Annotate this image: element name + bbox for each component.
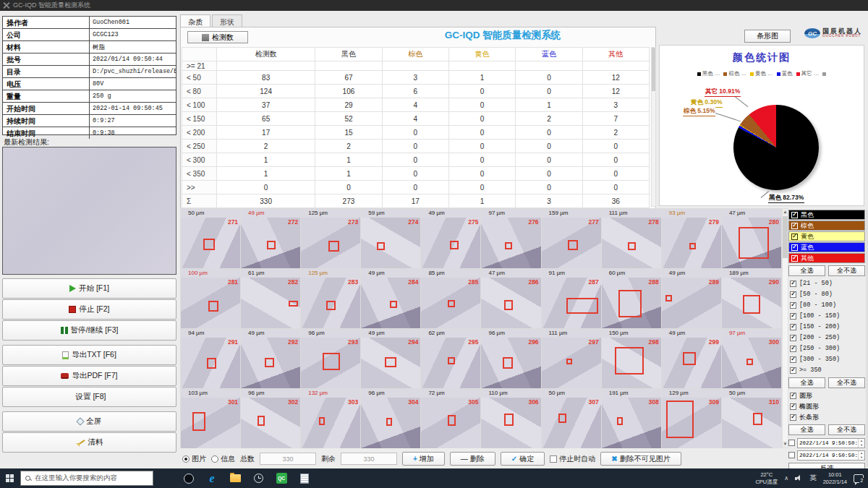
radio-image-icon[interactable] bbox=[182, 455, 190, 463]
grid-tile[interactable]: 129 µm309 bbox=[662, 389, 721, 448]
table-scrollbar[interactable] bbox=[651, 47, 656, 207]
grid-tile[interactable]: 50 µm307 bbox=[542, 389, 601, 448]
grid-tile[interactable]: 159 µm277 bbox=[542, 209, 601, 268]
color-filter-黑色[interactable]: ✓黑色 bbox=[788, 210, 865, 220]
grid-tile[interactable]: 191 µm308 bbox=[602, 389, 661, 448]
table-scrollbar-thumb[interactable] bbox=[652, 48, 655, 91]
grid-tile[interactable]: 111 µm297 bbox=[542, 329, 601, 388]
开始-button[interactable]: 开始 [F1] bbox=[2, 278, 176, 299]
color-filter-棕色[interactable]: ✓棕色 bbox=[788, 221, 865, 231]
checkbox-unchecked-icon[interactable] bbox=[788, 440, 795, 446]
detect-count-button[interactable]: 检测数 bbox=[187, 31, 248, 43]
grid-tile[interactable]: 96 µm302 bbox=[241, 389, 300, 448]
size-filter-item[interactable]: ✓[300 - 350) bbox=[788, 354, 865, 364]
size-filter-item[interactable]: ✓>= 350 bbox=[788, 365, 865, 375]
grid-tile[interactable]: 100 µm281 bbox=[181, 269, 240, 328]
clock-datetime[interactable]: 10:012022/1/14 bbox=[823, 471, 847, 485]
color-filter-黄色[interactable]: ✓黄色 bbox=[788, 231, 865, 241]
file-explorer-icon[interactable] bbox=[229, 472, 242, 485]
radio-info-option[interactable]: 信息 bbox=[211, 454, 235, 464]
grid-scrollbar[interactable]: ▲ ▼ bbox=[782, 208, 788, 448]
grid-tile[interactable]: 97 µm276 bbox=[481, 209, 540, 268]
清料-button[interactable]: 清料 bbox=[2, 432, 176, 453]
grid-tile[interactable]: 60 µm288 bbox=[602, 269, 661, 328]
grid-tile[interactable]: 62 µm295 bbox=[421, 329, 480, 388]
grid-scrollbar-thumb[interactable] bbox=[783, 216, 788, 258]
size-filter-item[interactable]: ✓[250 - 300) bbox=[788, 343, 865, 354]
checkbox-checked-icon[interactable]: ✓ bbox=[790, 393, 796, 399]
taskbar-search-input[interactable]: 在这里输入你要搜索的内容 bbox=[20, 471, 153, 486]
grid-tile[interactable]: 49 µm299 bbox=[662, 329, 721, 388]
spin-down-icon[interactable]: ▼ bbox=[859, 455, 864, 460]
radio-info-icon[interactable] bbox=[211, 455, 218, 463]
checkbox-checked-icon[interactable]: ✓ bbox=[791, 234, 798, 240]
checkbox-checked-icon[interactable]: ✓ bbox=[790, 324, 796, 330]
grid-tile[interactable]: 96 µm293 bbox=[301, 329, 360, 388]
shape-filter-item[interactable]: ✓长条形 bbox=[788, 412, 865, 422]
input-language-indicator[interactable]: 英 bbox=[809, 474, 817, 483]
datetime-input[interactable]: 2022/1/14 9:50:50:▲▼ bbox=[797, 450, 865, 461]
cortana-icon[interactable] bbox=[182, 472, 195, 485]
checkbox-unchecked-icon[interactable] bbox=[788, 452, 795, 458]
size-filter-item[interactable]: ✓[21 - 50) bbox=[788, 278, 865, 288]
checkbox-checked-icon[interactable]: ✓ bbox=[790, 403, 796, 410]
qc-app-icon[interactable]: QC bbox=[275, 472, 288, 485]
auto-stop-checkbox[interactable] bbox=[550, 455, 557, 463]
导出TXT-button[interactable]: 导出TXT [F6] bbox=[2, 345, 176, 365]
暂停/继续-button[interactable]: 暂停/继续 [F3] bbox=[2, 320, 176, 341]
cpu-temp-indicator[interactable]: 22°CCPU温度 bbox=[755, 471, 778, 485]
add-button[interactable]: +增加 bbox=[402, 452, 445, 466]
grid-tile[interactable]: 103 µm301 bbox=[181, 389, 240, 448]
grid-tile[interactable]: 125 µm273 bbox=[301, 209, 360, 268]
checkbox-checked-icon[interactable]: ✓ bbox=[791, 255, 798, 262]
checkbox-checked-icon[interactable]: ✓ bbox=[790, 281, 796, 287]
notification-center-icon[interactable]: 2 bbox=[854, 474, 864, 483]
checkbox-checked-icon[interactable]: ✓ bbox=[791, 212, 798, 218]
select-all-button[interactable]: 全选 bbox=[788, 265, 825, 276]
grid-tile[interactable]: 132 µm303 bbox=[301, 389, 360, 448]
auto-stop-option[interactable]: 停止时自动 bbox=[550, 454, 595, 464]
bar-chart-button[interactable]: 条形图 bbox=[744, 30, 791, 43]
select-none-button[interactable]: 全不选 bbox=[828, 377, 865, 388]
grid-tile[interactable]: 96 µm304 bbox=[361, 389, 420, 448]
grid-tile[interactable]: 49 µm289 bbox=[662, 269, 721, 328]
checkbox-checked-icon[interactable]: ✓ bbox=[790, 313, 796, 320]
delete-button[interactable]: —删除 bbox=[450, 452, 495, 466]
select-all-button[interactable]: 全选 bbox=[788, 377, 825, 388]
grid-scroll-down-icon[interactable]: ▼ bbox=[783, 441, 788, 448]
grid-tile[interactable]: 50 µm271 bbox=[181, 209, 240, 268]
delete-invisible-button[interactable]: ✖删除不可见图片 bbox=[600, 452, 681, 466]
color-filter-蓝色[interactable]: ✓蓝色 bbox=[788, 242, 865, 252]
grid-tile[interactable]: 49 µm272 bbox=[241, 209, 300, 268]
spin-down-icon[interactable]: ▼ bbox=[859, 443, 864, 448]
checkbox-checked-icon[interactable]: ✓ bbox=[790, 291, 796, 298]
checkbox-checked-icon[interactable]: ✓ bbox=[790, 367, 796, 374]
spinner-icon[interactable]: ▲▼ bbox=[858, 439, 864, 448]
grid-tile[interactable]: 96 µm296 bbox=[481, 329, 540, 388]
checkbox-checked-icon[interactable]: ✓ bbox=[790, 346, 796, 352]
size-filter-item[interactable]: ✓[100 - 150) bbox=[788, 311, 865, 321]
spinner-icon[interactable]: ▲▼ bbox=[858, 451, 864, 460]
color-filter-其他[interactable]: ✓其他 bbox=[788, 253, 865, 263]
grid-tile[interactable]: 61 µm282 bbox=[241, 269, 300, 328]
grid-scroll-up-icon[interactable]: ▲ bbox=[783, 209, 788, 215]
select-none-button[interactable]: 全不选 bbox=[828, 424, 865, 435]
tray-chevron-icon[interactable]: ∧ bbox=[784, 475, 788, 481]
grid-tile[interactable]: 72 µm305 bbox=[421, 389, 480, 448]
edge-browser-icon[interactable]: e bbox=[205, 472, 218, 485]
grid-tile[interactable]: 50 µm310 bbox=[722, 389, 781, 448]
grid-tile[interactable]: 47 µm280 bbox=[722, 209, 781, 268]
shape-filter-item[interactable]: ✓椭圆形 bbox=[788, 401, 865, 411]
grid-tile[interactable]: 49 µm284 bbox=[361, 269, 420, 328]
remain-input[interactable]: 330 bbox=[341, 453, 397, 465]
grid-tile[interactable]: 150 µm298 bbox=[602, 329, 661, 388]
checkbox-checked-icon[interactable]: ✓ bbox=[790, 356, 796, 363]
size-filter-item[interactable]: ✓[50 - 80) bbox=[788, 289, 865, 299]
grid-tile[interactable]: 49 µm294 bbox=[361, 329, 420, 388]
grid-tile[interactable]: 47 µm286 bbox=[481, 269, 540, 328]
checkbox-checked-icon[interactable]: ✓ bbox=[791, 244, 798, 251]
grid-tile[interactable]: 125 µm283 bbox=[301, 269, 360, 328]
checkbox-checked-icon[interactable]: ✓ bbox=[790, 414, 796, 421]
停止-button[interactable]: 停止 [F2] bbox=[2, 299, 176, 320]
grid-tile[interactable]: 49 µm275 bbox=[421, 209, 480, 268]
